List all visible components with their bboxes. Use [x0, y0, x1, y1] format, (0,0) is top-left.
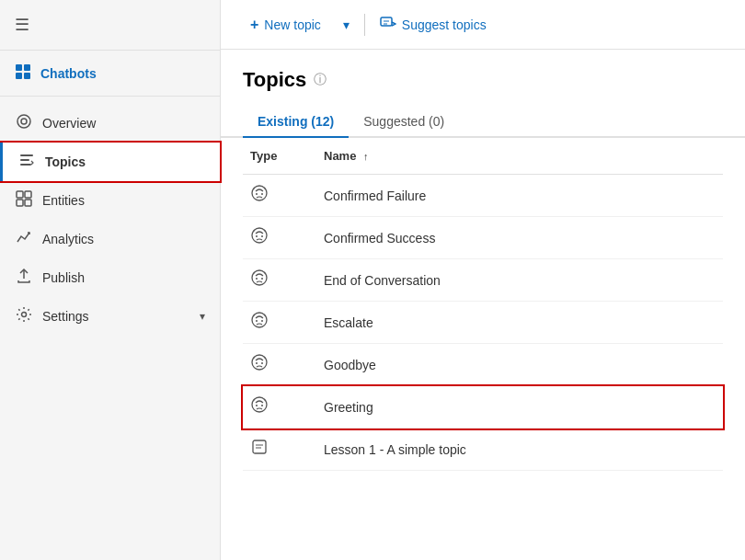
tab-existing[interactable]: Existing (12): [243, 107, 349, 138]
entities-icon: [15, 190, 33, 211]
publish-icon: [15, 268, 33, 288]
sidebar-item-analytics[interactable]: Analytics: [0, 220, 220, 258]
main-content: + New topic ▾ Suggest topics Topics ⓘ Ex…: [221, 0, 745, 560]
svg-rect-1: [24, 64, 30, 71]
topic-name: Confirmed Failure: [324, 189, 716, 203]
plus-icon: +: [250, 17, 258, 33]
topic-type-icon: [250, 353, 324, 376]
chatbots-label: Chatbots: [40, 66, 97, 81]
info-icon[interactable]: ⓘ: [314, 72, 327, 88]
svg-rect-7: [20, 159, 29, 161]
svg-point-25: [256, 320, 258, 322]
settings-icon: [15, 306, 33, 326]
sidebar-item-overview[interactable]: Overview: [0, 104, 220, 143]
topic-type-icon: [250, 184, 324, 207]
sidebar-item-topics[interactable]: Topics: [0, 143, 220, 181]
sidebar-nav: Overview Topics: [0, 97, 220, 336]
table-row[interactable]: Goodbye: [243, 344, 723, 386]
svg-point-29: [261, 362, 263, 364]
name-column-header: Name ↑: [324, 149, 716, 163]
svg-point-16: [256, 193, 258, 195]
overview-icon: [15, 113, 33, 133]
svg-point-20: [261, 235, 263, 237]
svg-rect-11: [17, 200, 23, 206]
toolbar: + New topic ▾ Suggest topics: [221, 0, 745, 50]
sidebar-item-settings[interactable]: Settings ▾: [0, 297, 220, 336]
type-column-header: Type: [250, 149, 324, 163]
new-topic-label: New topic: [264, 17, 320, 32]
topic-type-icon: [250, 311, 324, 334]
topics-icon: [17, 152, 36, 172]
table-container: Type Name ↑ Confirmed Failure: [221, 138, 745, 560]
tab-suggested[interactable]: Suggested (0): [349, 107, 459, 138]
topic-name: Goodbye: [324, 358, 716, 372]
page-title: Topics: [243, 68, 306, 92]
svg-point-22: [256, 278, 258, 280]
settings-chevron-icon: ▾: [200, 310, 205, 323]
topic-name: Escalate: [324, 315, 716, 330]
svg-point-23: [261, 278, 263, 280]
table-row[interactable]: Confirmed Failure: [243, 175, 723, 217]
topics-label: Topics: [45, 154, 205, 169]
entities-label: Entities: [42, 193, 205, 208]
sidebar-item-publish[interactable]: Publish: [0, 258, 220, 297]
topic-type-icon: [250, 226, 324, 249]
tabs: Existing (12) Suggested (0): [221, 107, 745, 138]
svg-rect-12: [25, 200, 31, 206]
dropdown-icon: ▾: [343, 17, 350, 32]
svg-point-28: [256, 362, 258, 364]
suggest-topics-button[interactable]: Suggest topics: [369, 9, 498, 40]
new-topic-button[interactable]: + New topic: [239, 11, 332, 39]
page-title-row: Topics ⓘ: [243, 68, 723, 92]
chatbots-section[interactable]: Chatbots: [0, 51, 220, 97]
page-header: Topics ⓘ: [221, 50, 745, 107]
svg-point-13: [22, 313, 27, 317]
table-row[interactable]: End of Conversation: [243, 259, 723, 302]
svg-rect-8: [20, 164, 31, 166]
chatbots-icon: [15, 63, 31, 83]
toolbar-divider: [364, 14, 365, 36]
svg-rect-3: [24, 73, 30, 79]
svg-rect-6: [20, 154, 33, 156]
table-row-greeting[interactable]: Greeting: [243, 386, 723, 429]
svg-rect-10: [25, 191, 31, 198]
svg-rect-0: [16, 64, 22, 71]
svg-point-5: [21, 119, 27, 124]
topic-name: Confirmed Success: [324, 231, 716, 246]
svg-point-17: [261, 193, 263, 195]
svg-point-19: [256, 235, 258, 237]
suggest-topics-label: Suggest topics: [402, 17, 487, 32]
publish-label: Publish: [42, 270, 205, 285]
overview-label: Overview: [42, 116, 205, 131]
table-header: Type Name ↑: [243, 138, 723, 175]
svg-rect-9: [17, 191, 23, 198]
analytics-icon: [15, 229, 33, 249]
table-row[interactable]: Escalate: [243, 302, 723, 344]
sort-arrow-icon: ↑: [363, 151, 369, 162]
svg-point-4: [17, 115, 30, 128]
svg-point-32: [261, 405, 263, 406]
topic-type-icon: [250, 395, 324, 418]
settings-label: Settings: [42, 309, 190, 324]
topic-name: Greeting: [324, 400, 716, 415]
sidebar-header: ☰: [0, 0, 220, 51]
table-row[interactable]: Confirmed Success: [243, 217, 723, 259]
topic-type-icon: [250, 438, 324, 461]
svg-point-26: [261, 320, 263, 322]
topic-type-icon: [250, 269, 324, 291]
svg-point-31: [256, 405, 258, 406]
topic-name: Lesson 1 - A simple topic: [324, 442, 716, 457]
hamburger-icon[interactable]: ☰: [15, 15, 29, 35]
table-row[interactable]: Lesson 1 - A simple topic: [243, 429, 723, 471]
sidebar-item-entities[interactable]: Entities: [0, 181, 220, 220]
dropdown-arrow-button[interactable]: ▾: [332, 12, 361, 38]
svg-rect-2: [16, 73, 22, 79]
analytics-label: Analytics: [42, 232, 205, 246]
topic-name: End of Conversation: [324, 273, 716, 288]
sidebar: ☰ Chatbots Overview: [0, 0, 221, 560]
suggest-icon: [380, 15, 396, 34]
svg-rect-33: [253, 440, 266, 453]
